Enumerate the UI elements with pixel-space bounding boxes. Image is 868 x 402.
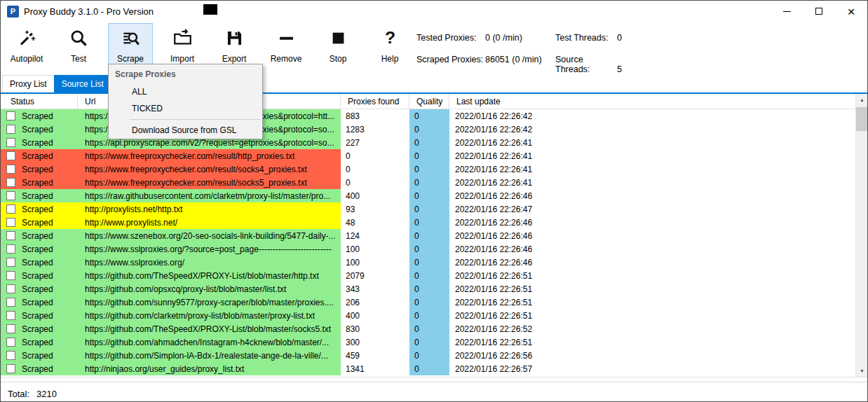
row-checkbox[interactable] xyxy=(6,178,15,187)
row-quality: 0 xyxy=(409,109,449,123)
row-checkbox[interactable] xyxy=(6,231,15,240)
row-checkbox[interactable] xyxy=(6,244,15,254)
stop-button[interactable]: Stop xyxy=(316,23,360,67)
column-header-status[interactable]: Status xyxy=(1,94,78,109)
row-url: https://raw.githubusercontent.com/clarke… xyxy=(78,189,341,202)
row-checkbox[interactable] xyxy=(6,151,15,160)
column-header-proxies-found[interactable]: Proxies found xyxy=(341,94,409,109)
export-button[interactable]: Export xyxy=(212,23,257,67)
test-button[interactable]: Test xyxy=(56,23,101,67)
row-url: http://ninjaos.org/user_guides/proxy_lis… xyxy=(78,362,341,375)
row-checkbox[interactable] xyxy=(6,324,15,333)
row-status-cell: Scraped xyxy=(1,189,78,202)
table-row[interactable]: Scraped https://www.freeproxychecker.com… xyxy=(1,176,855,189)
menu-separator xyxy=(130,119,261,120)
titlebar: P Proxy Buddy 3.1.0 - Pro Version × xyxy=(1,1,867,22)
row-checkbox[interactable] xyxy=(6,284,15,293)
row-quality: 0 xyxy=(409,123,449,136)
status-bar: Total:3210 xyxy=(1,382,867,401)
autopilot-button[interactable]: Autopilot xyxy=(4,23,49,67)
row-checkbox[interactable] xyxy=(6,338,15,347)
table-row[interactable]: Scraped https://www.sslproxies.org/ 100 … xyxy=(1,256,855,269)
table-row[interactable]: Scraped https://www.freeproxychecker.com… xyxy=(1,162,855,176)
row-proxies-found: 343 xyxy=(341,282,409,296)
scroll-up-button[interactable]: ▲ xyxy=(856,94,868,106)
row-last-update: 2022/01/16 22:26:41 xyxy=(449,162,855,176)
minimize-button[interactable] xyxy=(771,1,803,22)
table-row[interactable]: Scraped https://raw.githubusercontent.co… xyxy=(1,189,855,202)
row-quality: 0 xyxy=(409,242,449,256)
menu-item-download-gsl[interactable]: Download Source from GSL xyxy=(109,122,262,139)
column-header-last-update[interactable]: Last update xyxy=(449,94,855,109)
tested-proxies-value: 0 (0 /min) xyxy=(485,33,522,43)
row-checkbox[interactable] xyxy=(6,258,15,267)
row-last-update: 2022/01/16 22:26:56 xyxy=(449,349,855,362)
row-checkbox[interactable] xyxy=(6,165,15,174)
table-row[interactable]: Scraped https://www.freeproxychecker.com… xyxy=(1,149,855,162)
row-status-cell: Scraped xyxy=(1,176,78,189)
scraped-proxies-label: Scraped Proxies: xyxy=(416,55,485,64)
table-row[interactable]: Scraped https://www.sslproxies.org/?sour… xyxy=(1,242,855,256)
close-icon: × xyxy=(847,5,855,18)
row-status-cell: Scraped xyxy=(1,349,78,362)
table-row[interactable]: Scraped https://github.com/ahmadchen/Ins… xyxy=(1,335,855,349)
minimize-icon xyxy=(783,11,791,12)
row-quality: 0 xyxy=(409,282,449,296)
table-row[interactable]: Scraped https://github.com/TheSpeedX/PRO… xyxy=(1,322,855,335)
row-status-label: Scraped xyxy=(22,111,53,121)
row-proxies-found: 400 xyxy=(341,309,409,322)
menu-item-ticked[interactable]: TICKED xyxy=(109,100,262,117)
close-button[interactable]: × xyxy=(835,1,867,22)
remove-button[interactable]: Remove xyxy=(264,23,308,67)
row-last-update: 2022/01/16 22:26:41 xyxy=(449,136,855,149)
row-status-label: Scraped xyxy=(22,271,53,281)
table-row[interactable]: Scraped http://www.proxylists.net/ 48 0 … xyxy=(1,216,855,229)
row-checkbox[interactable] xyxy=(6,311,15,320)
row-status-cell: Scraped xyxy=(1,242,78,256)
window-title: Proxy Buddy 3.1.0 - Pro Version xyxy=(24,6,154,17)
table-row[interactable]: Scraped https://github.com/sunny9577/pro… xyxy=(1,296,855,309)
row-status-cell: Scraped xyxy=(1,109,78,123)
import-button[interactable]: Import xyxy=(160,23,205,67)
table-row[interactable]: Scraped http://ninjaos.org/user_guides/p… xyxy=(1,362,855,375)
column-header-quality[interactable]: Quality xyxy=(409,94,449,109)
row-checkbox[interactable] xyxy=(6,364,15,373)
menu-header: Scrape Proxies xyxy=(109,64,262,83)
tab-source-list[interactable]: Source List xyxy=(54,75,111,92)
row-checkbox[interactable] xyxy=(6,218,15,227)
table-row[interactable]: Scraped https://github.com/Simplon-lA-Bd… xyxy=(1,349,855,362)
scrollbar-thumb[interactable] xyxy=(856,107,868,131)
row-quality: 0 xyxy=(409,149,449,162)
table-row[interactable]: Scraped https://github.com/clarketm/prox… xyxy=(1,309,855,322)
row-last-update: 2022/01/16 22:26:46 xyxy=(449,229,855,242)
row-quality: 0 xyxy=(409,296,449,309)
table-row[interactable]: Scraped http://proxylists.net/http.txt 9… xyxy=(1,202,855,216)
scraped-proxies-value: 86051 (0 /min) xyxy=(485,55,542,64)
scrape-button[interactable]: Scrape xyxy=(108,23,153,67)
row-checkbox[interactable] xyxy=(6,191,15,200)
row-checkbox[interactable] xyxy=(6,351,15,360)
row-checkbox[interactable] xyxy=(6,138,15,147)
row-checkbox[interactable] xyxy=(6,111,15,120)
test-threads-value: 0 xyxy=(617,33,622,43)
tested-proxies-stat: Tested Proxies:0 (0 /min) xyxy=(416,33,555,43)
stop-square-icon xyxy=(327,27,348,48)
row-url: https://github.com/opsxcq/proxy-list/blo… xyxy=(78,282,341,296)
row-quality: 0 xyxy=(409,189,449,202)
menu-item-all[interactable]: ALL xyxy=(109,83,262,100)
tab-proxy-list[interactable]: Proxy List xyxy=(2,75,55,92)
help-button[interactable]: ? Help xyxy=(367,23,412,67)
table-row[interactable]: Scraped https://github.com/opsxcq/proxy-… xyxy=(1,282,855,296)
row-url: https://github.com/clarketm/proxy-list/b… xyxy=(78,309,341,322)
row-checkbox[interactable] xyxy=(6,205,15,214)
table-row[interactable]: Scraped https://www.szenebox.org/20-seo-… xyxy=(1,229,855,242)
maximize-button[interactable] xyxy=(803,1,835,22)
table-row[interactable]: Scraped https://github.com/TheSpeedX/PRO… xyxy=(1,269,855,282)
row-checkbox[interactable] xyxy=(6,298,15,307)
scroll-down-button[interactable]: ▼ xyxy=(856,365,868,377)
row-checkbox[interactable] xyxy=(6,271,15,280)
row-checkbox[interactable] xyxy=(6,125,15,134)
row-last-update: 2022/01/16 22:26:57 xyxy=(449,362,855,375)
vertical-scrollbar[interactable]: ▲ ▼ xyxy=(855,94,867,377)
row-status-label: Scraped xyxy=(22,218,53,228)
